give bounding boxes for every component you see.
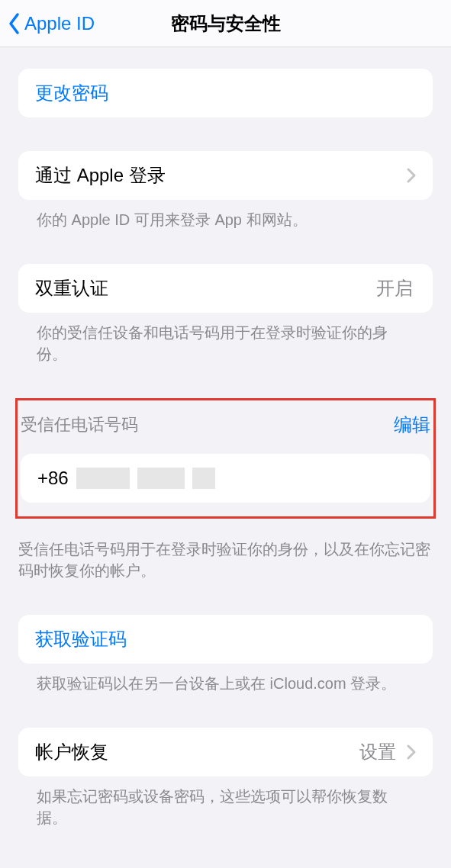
two-factor-row: 双重认证 开启: [18, 264, 433, 313]
sign-in-with-apple-label: 通过 Apple 登录: [35, 163, 399, 188]
account-recovery-row[interactable]: 帐户恢复 设置: [18, 728, 433, 776]
group-account-recovery: 帐户恢复 设置 如果忘记密码或设备密码，这些选项可以帮你恢复数据。: [0, 728, 451, 828]
phone-prefix: +86: [37, 468, 69, 489]
trusted-phone-value: +86: [37, 468, 215, 489]
get-code-footer: 获取验证码以在另一台设备上或在 iCloud.com 登录。: [18, 664, 433, 694]
edit-button[interactable]: 编辑: [394, 413, 430, 437]
back-button[interactable]: Apple ID: [6, 12, 95, 35]
change-password-label: 更改密码: [35, 81, 416, 105]
two-factor-footer: 你的受信任设备和电话号码用于在登录时验证你的身份。: [18, 313, 433, 365]
chevron-left-icon: [6, 12, 23, 35]
sign-in-with-apple-footer: 你的 Apple ID 可用来登录 App 和网站。: [18, 200, 433, 230]
account-recovery-footer: 如果忘记密码或设备密码，这些选项可以帮你恢复数据。: [18, 776, 433, 828]
chevron-right-icon: [407, 168, 416, 183]
group-sign-in-with-apple: 通过 Apple 登录 你的 Apple ID 可用来登录 App 和网站。: [0, 151, 451, 230]
change-password-row[interactable]: 更改密码: [18, 69, 433, 117]
chevron-right-icon: [407, 744, 416, 760]
trusted-phone-footer: 受信任电话号码用于在登录时验证你的身份，以及在你忘记密码时恢复你的帐户。: [0, 529, 451, 581]
navigation-bar: Apple ID 密码与安全性: [0, 0, 451, 47]
trusted-phone-row[interactable]: +86: [21, 454, 430, 503]
back-label: Apple ID: [24, 13, 95, 34]
trusted-phone-highlight: 受信任电话号码 编辑 +86: [15, 398, 436, 519]
account-recovery-detail: 设置: [359, 740, 396, 764]
get-code-label: 获取验证码: [35, 627, 416, 651]
group-change-password: 更改密码: [0, 69, 451, 117]
account-recovery-label: 帐户恢复: [35, 740, 359, 764]
trusted-phone-header-row: 受信任电话号码 编辑: [18, 413, 433, 454]
phone-number-redacted: [76, 468, 215, 489]
group-two-factor: 双重认证 开启 你的受信任设备和电话号码用于在登录时验证你的身份。: [0, 264, 451, 365]
get-code-row[interactable]: 获取验证码: [18, 615, 433, 664]
two-factor-label: 双重认证: [35, 276, 376, 301]
content: 更改密码 通过 Apple 登录 你的 Apple ID 可用来登录 App 和…: [0, 69, 451, 841]
sign-in-with-apple-row[interactable]: 通过 Apple 登录: [18, 151, 433, 200]
trusted-phone-header: 受信任电话号码: [21, 413, 138, 436]
two-factor-status: 开启: [376, 276, 413, 301]
group-get-code: 获取验证码 获取验证码以在另一台设备上或在 iCloud.com 登录。: [0, 615, 451, 694]
